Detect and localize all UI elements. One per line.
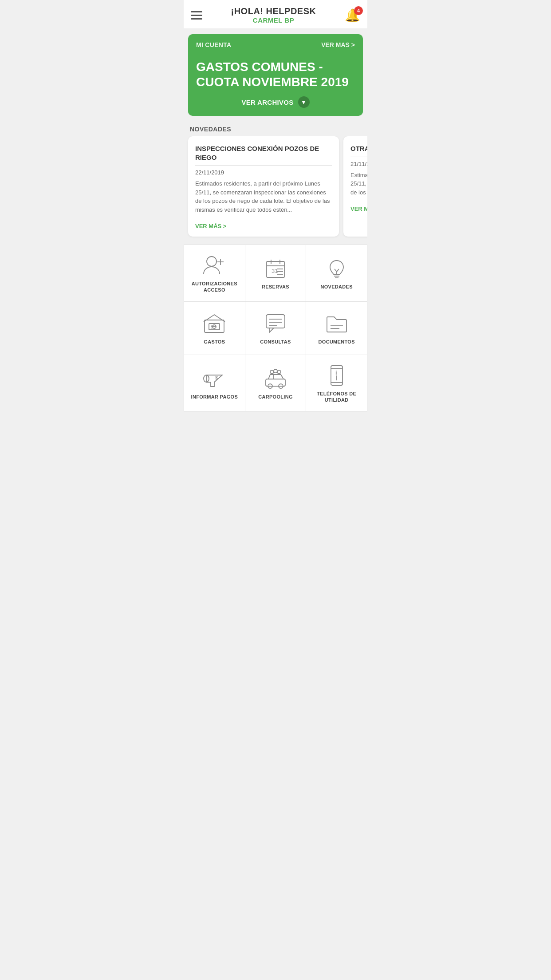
chat-icon: [264, 313, 287, 334]
news-card-title-0: INSPECCIONES CONEXIÓN POZOS DE RIEGO: [195, 144, 332, 162]
news-card-title-1: OTRA NOVEDAD: [350, 144, 367, 153]
green-card-title: GASTOS COMUNES - CUOTA NOVIEMBRE 2019: [196, 59, 355, 89]
news-card-link-1[interactable]: VER MÁS >: [350, 205, 367, 212]
header-center: ¡HOLA! HELPDESK CARMEL BP: [202, 6, 345, 24]
svg-line-14: [335, 269, 337, 272]
ver-archivos-button[interactable]: VER ARCHIVOS ▼: [196, 96, 355, 108]
menu-item-label-consultas: CONSULTAS: [260, 339, 291, 345]
app-header: ¡HOLA! HELPDESK CARMEL BP 🔔 4: [184, 0, 367, 29]
notification-bell[interactable]: 🔔 4: [345, 8, 360, 23]
menu-item-label-informar-pagos: INFORMAR PAGOS: [191, 394, 238, 400]
mi-cuenta-label: MI CUENTA: [196, 41, 231, 48]
menu-item-label-reservas: RESERVAS: [262, 284, 289, 290]
news-card-0[interactable]: INSPECCIONES CONEXIÓN POZOS DE RIEGO 22/…: [188, 136, 339, 237]
svg-rect-21: [266, 315, 285, 328]
svg-text:$: $: [211, 324, 213, 329]
svg-point-33: [274, 369, 277, 373]
svg-line-15: [337, 269, 339, 272]
svg-point-34: [277, 370, 281, 374]
header-subtitle: CARMEL BP: [202, 16, 345, 24]
ver-archivos-label: VER ARCHIVOS: [241, 99, 293, 106]
news-card-link-0[interactable]: VER MÁS >: [195, 223, 332, 229]
menu-item-reservas[interactable]: 31 RESERVAS: [245, 245, 307, 302]
person-add-icon: [202, 255, 226, 276]
svg-text:$: $: [215, 375, 218, 380]
menu-item-carpooling[interactable]: CARPOOLING: [245, 355, 307, 412]
folder-icon: [325, 313, 349, 334]
menu-item-novedades[interactable]: NOVEDADES: [306, 245, 367, 302]
news-card-date-1: 21/11/2019: [350, 161, 367, 167]
menu-item-label-novedades: NOVEDADES: [320, 284, 352, 290]
menu-item-label-gastos: GASTOS: [204, 339, 225, 345]
menu-item-informar-pagos[interactable]: $ INFORMAR PAGOS: [184, 355, 245, 412]
calendar-icon: 31: [264, 258, 287, 279]
news-card-body-0: Estimados residentes, a partir del próxi…: [195, 179, 332, 214]
lightbulb-icon: [325, 258, 349, 279]
novedades-section-label: NOVEDADES: [184, 121, 367, 136]
menu-item-gastos[interactable]: $ GASTOS: [184, 302, 245, 355]
menu-item-label-documentos: DOCUMENTOS: [319, 339, 355, 345]
menu-item-documentos[interactable]: DOCUMENTOS: [306, 302, 367, 355]
megaphone-money-icon: $: [202, 368, 226, 389]
svg-point-32: [270, 370, 274, 374]
svg-text:i: i: [335, 369, 337, 376]
menu-item-label-autorizaciones-acceso: AUTORIZACIONES ACCESO: [189, 281, 240, 293]
menu-item-label-carpooling: CARPOOLING: [258, 394, 293, 400]
phone-info-icon: i: [325, 365, 349, 386]
money-house-icon: $: [202, 313, 226, 334]
green-account-card: MI CUENTA VER MAS > GASTOS COMUNES - CUO…: [188, 34, 363, 116]
svg-point-0: [207, 257, 216, 266]
menu-item-autorizaciones-acceso[interactable]: AUTORIZACIONES ACCESO: [184, 245, 245, 302]
green-card-header: MI CUENTA VER MAS >: [196, 41, 355, 48]
ver-mas-link[interactable]: VER MAS >: [321, 41, 355, 48]
header-title: ¡HOLA! HELPDESK: [202, 6, 345, 16]
notification-badge: 4: [354, 6, 363, 15]
main-menu-grid: AUTORIZACIONES ACCESO 31 RESERVAS: [184, 245, 367, 411]
news-card-body-1: Estimados residentes, a partir del próxi…: [350, 171, 367, 197]
news-card-1[interactable]: OTRA NOVEDAD 21/11/2019 Estimados reside…: [343, 136, 367, 237]
svg-rect-16: [205, 320, 224, 332]
news-cards-row: INSPECCIONES CONEXIÓN POZOS DE RIEGO 22/…: [184, 136, 367, 241]
news-card-date-0: 22/11/2019: [195, 169, 332, 176]
menu-item-label-telefonos: TELÉFONOS DE UTILIDAD: [311, 391, 362, 403]
menu-hamburger-icon[interactable]: [191, 11, 202, 20]
chevron-down-icon: ▼: [298, 96, 310, 108]
menu-item-telefonos[interactable]: i TELÉFONOS DE UTILIDAD: [306, 355, 367, 412]
car-people-icon: [264, 368, 287, 389]
menu-item-consultas[interactable]: CONSULTAS: [245, 302, 307, 355]
